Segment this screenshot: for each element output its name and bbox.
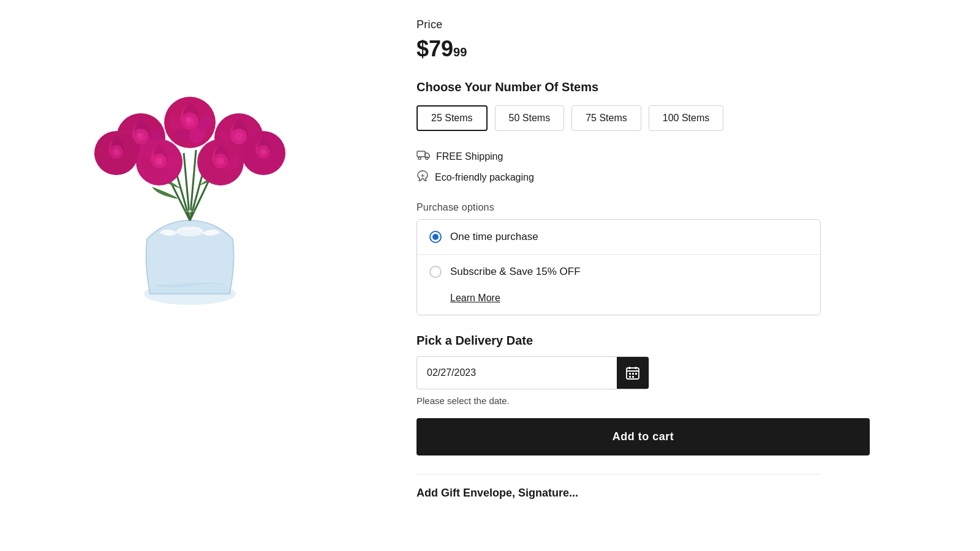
product-details-section: Price $7999 Choose Your Number Of Stems … [380, 12, 858, 539]
stems-section-title: Choose Your Number Of Stems [417, 80, 821, 94]
svg-point-23 [217, 157, 224, 165]
subscribe-top: Subscribe & Save 15% OFF [429, 266, 581, 278]
svg-point-10 [186, 118, 191, 122]
svg-rect-54 [629, 376, 631, 378]
stem-option-50[interactable]: 50 Stems [495, 105, 565, 131]
svg-point-45 [418, 157, 421, 160]
one-time-radio[interactable] [429, 231, 442, 243]
stem-option-100[interactable]: 100 Stems [649, 105, 723, 131]
calendar-icon [626, 366, 639, 380]
svg-point-30 [176, 227, 203, 236]
delivery-date-section: Pick a Delivery Date [417, 334, 821, 406]
svg-rect-52 [632, 373, 634, 375]
svg-point-14 [138, 133, 142, 138]
product-image-section [0, 12, 380, 539]
product-image-wrapper [31, 24, 349, 343]
subscribe-save-row[interactable]: Subscribe & Save 15% OFF Learn More [417, 255, 820, 315]
svg-point-29 [260, 149, 267, 156]
date-input-wrapper [417, 356, 649, 389]
svg-rect-55 [632, 376, 634, 378]
feature-shipping: FREE Shipping [417, 149, 821, 163]
subscribe-label: Subscribe & Save 15% OFF [450, 266, 581, 278]
stems-options-group: 25 Stems 50 Stems 75 Stems 100 Stems [417, 105, 821, 131]
svg-point-46 [426, 157, 428, 160]
features-list: FREE Shipping Eco-friendly packaging [417, 149, 821, 185]
date-input[interactable] [417, 359, 617, 387]
price-value: $7999 [417, 36, 821, 62]
date-helper-text: Please select the date. [417, 395, 821, 406]
calendar-button[interactable] [617, 357, 649, 389]
svg-point-17 [235, 132, 243, 141]
one-time-label: One time purchase [450, 231, 538, 243]
price-cents: 99 [453, 46, 467, 58]
stem-option-25[interactable]: 25 Stems [417, 105, 488, 131]
subscribe-radio[interactable] [429, 266, 442, 278]
svg-rect-51 [629, 373, 631, 375]
purchase-options-label: Purchase options [417, 202, 821, 213]
svg-point-26 [113, 149, 120, 156]
eco-icon [417, 170, 429, 185]
price-label: Price [417, 18, 821, 31]
svg-rect-44 [417, 151, 425, 157]
product-image [37, 31, 343, 337]
shipping-icon [417, 149, 430, 163]
purchase-options-box: One time purchase Subscribe & Save 15% O… [417, 219, 821, 315]
stem-option-75[interactable]: 75 Stems [571, 105, 641, 131]
svg-point-20 [156, 157, 163, 165]
feature-eco: Eco-friendly packaging [417, 170, 821, 185]
svg-rect-53 [635, 373, 637, 375]
price-whole: $79 [417, 36, 453, 62]
one-time-purchase-row[interactable]: One time purchase [417, 220, 820, 255]
shipping-text: FREE Shipping [436, 151, 503, 162]
additional-section-title: Add Gift Envelope, Signature... [417, 487, 821, 500]
eco-text: Eco-friendly packaging [435, 172, 534, 183]
section-divider [417, 474, 821, 474]
delivery-date-title: Pick a Delivery Date [417, 334, 821, 348]
add-to-cart-button[interactable]: Add to cart [417, 418, 870, 455]
learn-more-link[interactable]: Learn More [450, 293, 500, 304]
